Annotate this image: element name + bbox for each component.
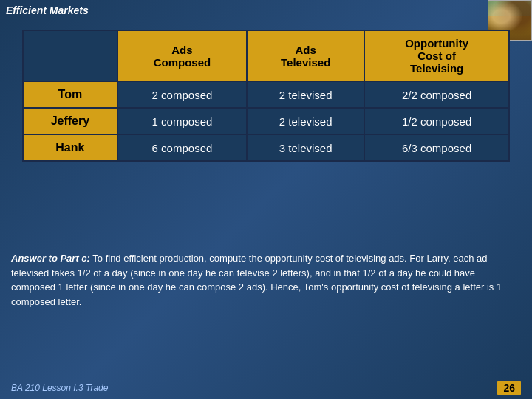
tom-col1: 2 composed	[117, 81, 247, 108]
empty-corner-cell	[23, 30, 117, 81]
row-name-jeffery: Jeffery	[23, 108, 117, 134]
jeffery-col3: 1/2 composed	[364, 108, 509, 134]
hank-col3: 6/3 composed	[364, 134, 509, 161]
table-row: Tom 2 composed 2 televised 2/2 composed	[23, 81, 509, 108]
tom-col2: 2 televised	[247, 81, 364, 108]
table-row: Jeffery 1 composed 2 televised 1/2 compo…	[23, 108, 509, 134]
data-table: AdsComposed AdsTelevised OpportunityCost…	[22, 30, 510, 162]
col-header-ads-composed: AdsComposed	[117, 30, 247, 81]
page-number: 26	[497, 381, 521, 395]
col-header-ads-televised: AdsTelevised	[247, 30, 364, 81]
app-title: Efficient Markets	[6, 4, 89, 16]
row-name-tom: Tom	[23, 81, 117, 108]
answer-section: Answer to Part c: To find efficient prod…	[11, 251, 521, 309]
row-name-hank: Hank	[23, 134, 117, 161]
hank-col1: 6 composed	[117, 134, 247, 161]
footer-label: BA 210 Lesson I.3 Trade	[11, 383, 108, 393]
answer-label: Answer to Part c:	[11, 253, 90, 264]
col-header-opportunity-cost: OpportunityCost ofTelevising	[364, 30, 509, 81]
hank-col2: 3 televised	[247, 134, 364, 161]
jeffery-col2: 2 televised	[247, 108, 364, 134]
jeffery-col1: 1 composed	[117, 108, 247, 134]
table-row: Hank 6 composed 3 televised 6/3 composed	[23, 134, 509, 161]
tom-col3: 2/2 composed	[364, 81, 509, 108]
